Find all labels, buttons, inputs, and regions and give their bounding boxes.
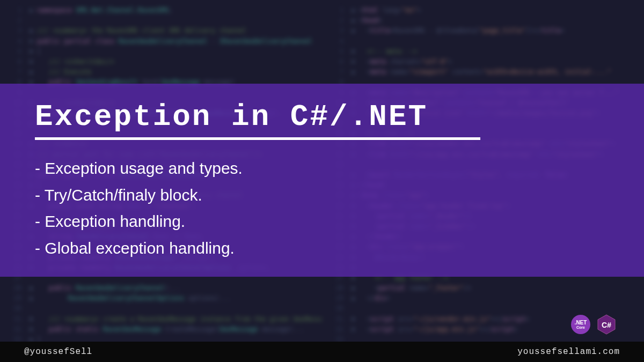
footer-site: youssefsellami.com xyxy=(517,347,620,357)
content-panel: Exception in C#/.NET - Exception usage a… xyxy=(0,84,644,277)
dotnet-core-badge-icon: .NET Core xyxy=(571,315,590,334)
list-item: - Exception usage and types. xyxy=(35,155,609,182)
title-underline xyxy=(35,137,480,140)
list-item: - Exception handling. xyxy=(35,208,609,235)
svg-text:C#: C# xyxy=(602,321,611,329)
bullet-list: - Exception usage and types. - Try/Catch… xyxy=(35,155,609,261)
list-item: - Try/Catch/finaly block. xyxy=(35,182,609,209)
main-title: Exception in C#/.NET xyxy=(35,100,609,134)
csharp-badge-icon: C# xyxy=(596,314,617,335)
badge-net-sub: Core xyxy=(576,326,585,329)
footer-bar: @youssefSell youssefsellami.com xyxy=(0,342,644,362)
badge-net-label: .NET xyxy=(575,320,587,326)
footer-handle: @youssefSell xyxy=(24,347,92,357)
list-item: - Global exception handling. xyxy=(35,235,609,262)
badges-container: .NET Core C# xyxy=(571,314,617,335)
